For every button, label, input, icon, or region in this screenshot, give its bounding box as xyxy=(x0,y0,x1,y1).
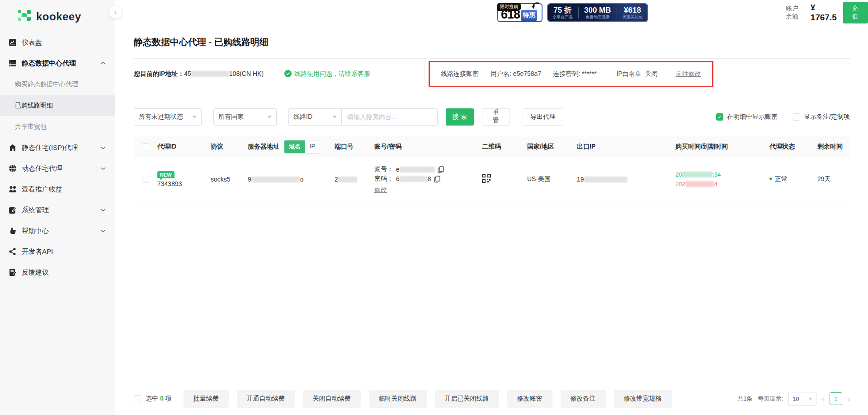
contact-support-link[interactable]: 线路使用问题，请联系客服 xyxy=(284,70,370,79)
search-type-select[interactable]: 线路ID xyxy=(288,108,342,126)
promo-banner[interactable]: 限时抢购 618 特惠 75 折 全平台产品 300 MB 免费动态流量 ¥61… xyxy=(497,3,648,22)
sidebar-item-system-management[interactable]: 系统管理 xyxy=(0,200,115,220)
main-content: 静态数据中心代理 - 已购线路明细 您目前的IP地址：45108(CN HK) … xyxy=(116,26,868,415)
col-server-label: 服务器地址 xyxy=(248,143,279,151)
sidebar-item-dynamic-residential[interactable]: 动态住宅代理 xyxy=(0,158,115,179)
redacted-server xyxy=(251,177,300,182)
offer-desc: 全平台产品 xyxy=(552,15,573,19)
sidebar-item-label: 查看推广收益 xyxy=(22,185,62,194)
promo-offers-panel[interactable]: 75 折 全平台产品 300 MB 免费动态流量 ¥618 优惠券礼包 xyxy=(547,3,648,22)
col-exit-ip: 出口IP xyxy=(577,143,675,151)
page-title: 静态数据中心代理 - 已购线路明细 xyxy=(134,36,850,48)
enable-auto-renew-button[interactable]: 开通自动续费 xyxy=(237,390,295,408)
status-filter-select[interactable]: 所有未过期状态 xyxy=(134,108,202,126)
sidebar-item-developer-api[interactable]: 开发者API xyxy=(0,241,115,262)
chevron-down-icon xyxy=(100,229,106,233)
redacted-port xyxy=(338,177,357,182)
account-cell: 账号： e 密码： 68 修改 xyxy=(374,164,482,194)
modify-credentials-link[interactable]: 修改 xyxy=(374,186,387,194)
search-button[interactable]: 搜 索 xyxy=(446,108,474,126)
sidebar-item-dashboard[interactable]: 仪表盘 xyxy=(0,32,115,53)
brand-logo[interactable]: kookeey xyxy=(0,0,115,32)
modify-bandwidth-button[interactable]: 修改带宽规格 xyxy=(614,390,672,408)
kookeey-logo-icon xyxy=(17,9,33,24)
remaining-value: 29天 xyxy=(817,175,850,183)
server-address-value: 9o xyxy=(248,176,335,183)
sidebar-item-static-datacenter[interactable]: 静态数据中心代理 xyxy=(0,53,115,74)
next-page-button[interactable]: › xyxy=(848,395,850,403)
col-status: 代理状态 xyxy=(769,143,817,151)
port-value: 2 xyxy=(335,176,374,183)
toggle-domain-option[interactable]: 域名 xyxy=(284,140,305,153)
server-prefix: 9 xyxy=(248,176,251,183)
toggle-ip-option[interactable]: IP xyxy=(305,140,320,153)
show-credentials-label: 在明细中显示账密 xyxy=(727,113,778,121)
col-port: 端口号 xyxy=(335,143,374,151)
page-size-select[interactable]: 10 xyxy=(788,392,816,406)
sidebar-collapse-button[interactable]: ‹ xyxy=(109,6,122,19)
sidebar-item-label: 已购线路明细 xyxy=(15,102,53,110)
sidebar-item-label: 共享带宽包 xyxy=(15,123,47,131)
copy-icon[interactable] xyxy=(434,176,440,182)
sidebar-item-feedback[interactable]: 反馈建议 xyxy=(0,262,115,283)
page-size-label: 每页显示: xyxy=(758,395,783,403)
modify-notes-button[interactable]: 修改备注 xyxy=(561,390,606,408)
current-page-button[interactable]: 1 xyxy=(830,392,842,405)
country-filter-select[interactable]: 所有国家 xyxy=(213,108,277,126)
sidebar-item-buy-static-datacenter[interactable]: 购买静态数据中心代理 xyxy=(0,74,115,95)
buy-time-prefix: 20 xyxy=(675,171,682,178)
divider xyxy=(578,7,579,19)
current-ip-label: 您目前的IP地址： xyxy=(134,70,184,77)
batch-renew-button[interactable]: 批量续费 xyxy=(184,390,229,408)
reset-button[interactable]: 重 置 xyxy=(482,108,510,126)
checkbox-checked[interactable] xyxy=(716,113,723,121)
col-proxy-id: 代理ID xyxy=(157,143,211,151)
whitelist-state: 关闭 xyxy=(645,70,658,77)
copy-icon[interactable] xyxy=(438,166,444,173)
exit-ip-prefix: 19 xyxy=(577,176,584,183)
username-value: e5e758a7 xyxy=(513,70,541,77)
qrcode-icon[interactable] xyxy=(482,177,491,184)
globe-icon xyxy=(8,164,17,173)
topbar: 限时抢购 618 特惠 75 折 全平台产品 300 MB 免费动态流量 ¥61… xyxy=(116,0,868,25)
users-icon xyxy=(8,185,17,194)
recharge-button[interactable]: 充值 xyxy=(843,2,868,23)
conn-username: 用户名: e5e758a7 xyxy=(491,70,541,78)
go-modify-link[interactable]: 前往修改 xyxy=(676,70,701,78)
username-label: 用户名: xyxy=(491,70,511,77)
whitelist-label: IP白名单 xyxy=(617,70,642,77)
flash-sale-pill: 限时抢购 xyxy=(497,3,521,11)
password-label: 连接密码: xyxy=(553,70,580,77)
row-checkbox[interactable] xyxy=(142,176,149,183)
show-notes-checkbox[interactable]: 显示备注/定制项 xyxy=(793,113,850,121)
sidebar-item-help-center[interactable]: 帮助中心 xyxy=(0,220,115,241)
disable-auto-renew-button[interactable]: 关闭自动续费 xyxy=(303,390,361,408)
sidebar-item-referral-earnings[interactable]: 查看推广收益 xyxy=(0,179,115,200)
temp-close-line-button[interactable]: 临时关闭线路 xyxy=(369,390,427,408)
password-label: 密码： xyxy=(374,175,393,183)
caret-down-icon xyxy=(809,398,812,400)
buy-time-suffix: :34 xyxy=(712,171,721,178)
sidebar-item-static-isp[interactable]: 静态住宅(ISP)代理 xyxy=(0,137,115,158)
table-header-row: 代理ID 协议 服务器地址 域名 IP 端口号 账号/密码 二维码 国家/地区 … xyxy=(134,136,850,157)
show-credentials-checkbox[interactable]: 在明细中显示账密 xyxy=(716,113,778,121)
sidebar-item-label: 帮助中心 xyxy=(22,227,49,235)
sidebar-item-purchased-lines[interactable]: 已购线路明细 xyxy=(0,95,115,116)
modify-credentials-button[interactable]: 修改账密 xyxy=(507,390,552,408)
col-time: 购买时间/到期时间 xyxy=(675,143,769,151)
promo-offer: 75 折 全平台产品 xyxy=(552,6,573,19)
footer-checkbox[interactable] xyxy=(134,395,141,402)
time-cell: 20:34 2024 xyxy=(675,171,769,187)
checkbox-unchecked[interactable] xyxy=(793,113,800,121)
prev-page-button[interactable]: ‹ xyxy=(822,395,824,403)
promo-618-badge[interactable]: 限时抢购 618 特惠 xyxy=(497,3,542,22)
reopen-closed-line-button[interactable]: 开启已关闭线路 xyxy=(435,390,499,408)
conn-title: 线路连接账密 xyxy=(441,70,479,78)
server-display-toggle[interactable]: 域名 IP xyxy=(284,140,320,154)
datacenter-list-icon xyxy=(8,59,17,68)
export-proxies-button[interactable]: 导出代理 xyxy=(523,108,563,126)
search-input[interactable] xyxy=(342,108,438,126)
sidebar-item-shared-bandwidth[interactable]: 共享带宽包 xyxy=(0,116,115,137)
col-qrcode: 二维码 xyxy=(482,143,527,151)
select-all-checkbox[interactable] xyxy=(142,143,149,150)
